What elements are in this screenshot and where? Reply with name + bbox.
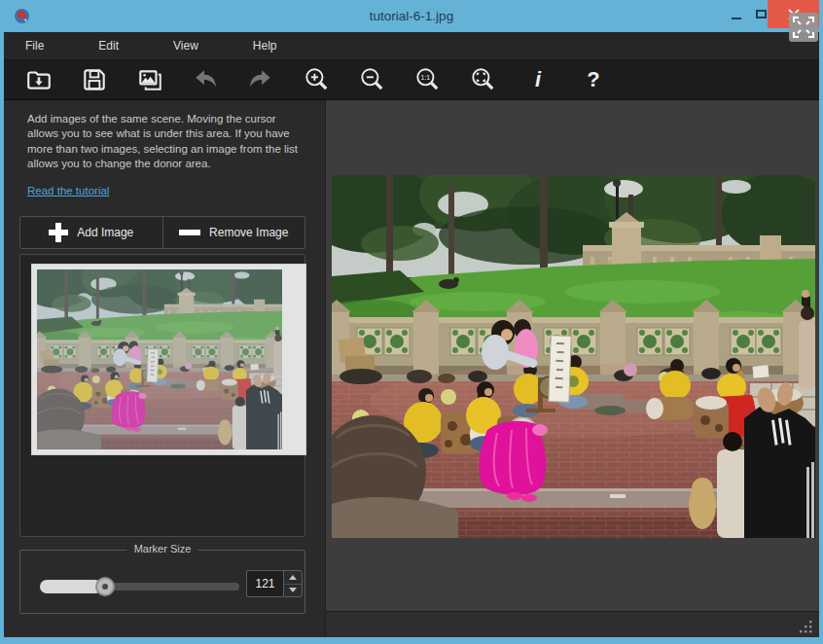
image-list-item-selected[interactable] xyxy=(31,264,306,455)
marker-size-label: Marker Size xyxy=(127,543,198,555)
spin-up-icon xyxy=(289,575,297,580)
open-folder-icon xyxy=(25,66,53,93)
marker-size-slider[interactable] xyxy=(40,576,239,597)
plus-icon xyxy=(49,223,68,242)
titlebar[interactable]: tutorial-6-1.jpg xyxy=(0,0,823,32)
content-area: Add images of the same scene. Moving the… xyxy=(4,100,819,637)
image-list[interactable] xyxy=(19,254,305,537)
menu-edit[interactable]: Edit xyxy=(98,39,119,53)
zoom-out-button[interactable] xyxy=(352,62,391,97)
spin-down-button[interactable] xyxy=(284,584,302,597)
save-floppy-icon xyxy=(81,66,108,93)
open-button[interactable] xyxy=(19,62,58,97)
canvas-area xyxy=(326,100,819,637)
remove-image-label: Remove Image xyxy=(209,226,288,239)
zoom-out-icon xyxy=(358,66,385,93)
main-photo[interactable] xyxy=(332,175,815,538)
window-title: tutorial-6-1.jpg xyxy=(0,0,823,32)
resize-grip[interactable] xyxy=(800,621,812,633)
info-button[interactable]: i xyxy=(519,62,557,97)
minimize-button[interactable] xyxy=(725,0,748,28)
slider-fill xyxy=(40,580,102,593)
zoom-actual-size-icon: 1:1 xyxy=(413,66,441,93)
spin-down-icon xyxy=(289,588,297,592)
svg-text:1:1: 1:1 xyxy=(421,74,431,81)
read-tutorial-link[interactable]: Read the tutorial xyxy=(27,185,109,197)
add-image-label: Add Image xyxy=(77,226,133,239)
maximize-icon xyxy=(756,10,767,18)
menu-help[interactable]: Help xyxy=(253,39,277,53)
undo-arrow-icon xyxy=(192,66,219,93)
thumbnail-photo xyxy=(37,269,282,449)
save-button[interactable] xyxy=(75,62,114,97)
toolbar: 1:1 i ? xyxy=(4,60,819,100)
help-button[interactable]: ? xyxy=(574,62,613,97)
image-buttons-row: Add Image Remove Image xyxy=(19,216,305,249)
zoom-actual-size-button[interactable]: 1:1 xyxy=(408,62,447,97)
instructions-text: Add images of the same scene. Moving the… xyxy=(27,112,309,172)
undo-button[interactable] xyxy=(186,62,225,97)
marker-size-input[interactable] xyxy=(246,570,283,597)
export-image-button[interactable] xyxy=(130,62,169,97)
image-icon xyxy=(136,66,163,93)
help-icon: ? xyxy=(587,67,599,92)
minus-icon xyxy=(179,230,200,235)
add-image-button[interactable]: Add Image xyxy=(20,217,162,248)
spin-buttons xyxy=(283,570,303,597)
app-window: tutorial-6-1.jpg File Edit View Help xyxy=(0,0,823,644)
marker-size-group: Marker Size xyxy=(19,550,305,614)
menu-view[interactable]: View xyxy=(173,39,198,53)
marker-size-spinner xyxy=(246,570,303,597)
minimize-icon xyxy=(732,18,741,19)
info-icon: i xyxy=(535,67,541,92)
screen-capture-overlay-icon xyxy=(789,13,818,42)
spin-up-button[interactable] xyxy=(284,571,302,584)
redo-button[interactable] xyxy=(241,62,280,97)
zoom-in-icon xyxy=(303,66,330,93)
zoom-fit-icon xyxy=(469,66,496,93)
remove-image-button[interactable]: Remove Image xyxy=(162,217,305,248)
menu-file[interactable]: File xyxy=(25,39,44,53)
sidebar: Add images of the same scene. Moving the… xyxy=(4,100,326,637)
statusbar xyxy=(326,611,819,637)
zoom-fit-button[interactable] xyxy=(463,62,502,97)
zoom-in-button[interactable] xyxy=(297,62,336,97)
slider-handle[interactable] xyxy=(95,577,115,596)
redo-arrow-icon xyxy=(247,66,274,93)
thumbnail-wash-overlay xyxy=(37,269,282,449)
menubar: File Edit View Help xyxy=(4,32,819,60)
